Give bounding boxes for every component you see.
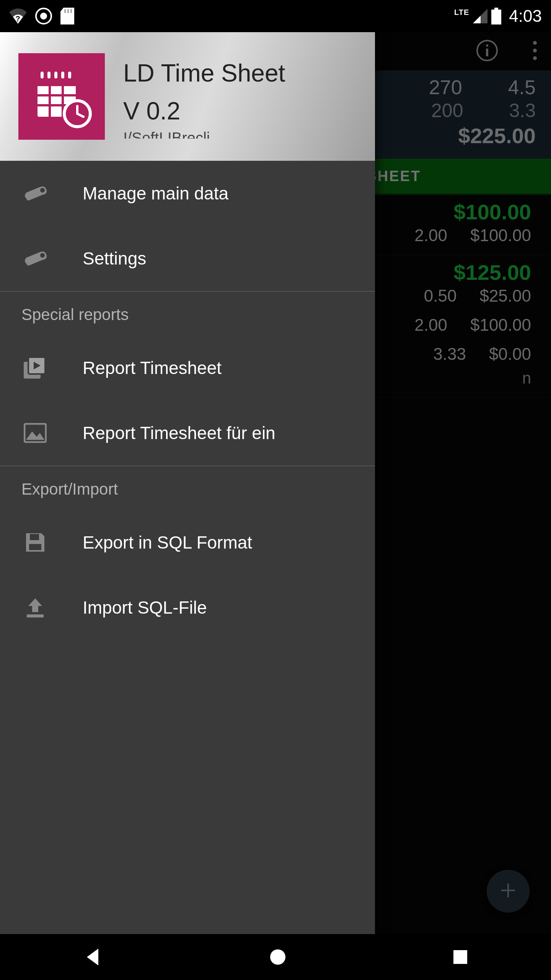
play-stack-icon — [21, 356, 49, 379]
recents-button[interactable] — [452, 949, 469, 965]
section-header-export: Export/Import — [0, 466, 375, 510]
app-version: V 0.2 — [123, 92, 285, 130]
svg-rect-18 — [41, 72, 44, 78]
nav-item-settings[interactable]: Settings — [0, 226, 375, 291]
app-name: LD Time Sheet — [123, 54, 285, 92]
back-button[interactable] — [82, 946, 104, 968]
nav-item-report-timesheet-single[interactable]: Report Timesheet für ein — [0, 400, 375, 466]
nav-item-manage-data[interactable]: Manage main data — [0, 161, 375, 226]
svg-rect-36 — [29, 544, 41, 550]
image-icon — [21, 423, 49, 443]
upload-icon — [21, 597, 49, 618]
battery-icon — [491, 8, 501, 24]
svg-rect-4 — [67, 9, 69, 13]
nav-label: Settings — [83, 248, 146, 269]
svg-rect-7 — [491, 10, 501, 24]
nav-label: Manage main data — [83, 183, 228, 204]
svg-rect-19 — [47, 72, 51, 78]
cell-signal-icon — [473, 9, 487, 23]
svg-rect-3 — [64, 9, 66, 13]
nav-label: Export in SQL Format — [83, 532, 252, 553]
svg-text:?: ? — [15, 15, 20, 23]
clock-text: 4:03 — [509, 7, 542, 26]
wrench-icon — [21, 185, 49, 202]
status-bar: ? LTE 4:03 — [0, 0, 551, 32]
system-nav-bar — [0, 934, 551, 980]
truncated-subtitle: I/SoftLIBrecli — [123, 130, 285, 139]
nav-label: Import SQL-File — [83, 597, 207, 618]
lte-label: LTE — [454, 8, 469, 17]
svg-point-30 — [40, 188, 45, 193]
svg-rect-22 — [68, 72, 71, 78]
sd-card-icon — [60, 8, 74, 24]
nav-item-import-sql[interactable]: Import SQL-File — [0, 575, 375, 640]
svg-point-2 — [40, 13, 47, 20]
nav-item-export-sql[interactable]: Export in SQL Format — [0, 510, 375, 575]
navigation-drawer: LD Time Sheet V 0.2 I/SoftLIBrecli Manag… — [0, 32, 375, 934]
nav-label: Report Timesheet für ein — [83, 423, 276, 443]
save-icon — [21, 532, 49, 553]
svg-rect-6 — [494, 8, 498, 10]
svg-rect-37 — [27, 614, 44, 617]
circle-dot-icon — [35, 8, 52, 24]
drawer-header: LD Time Sheet V 0.2 I/SoftLIBrecli — [0, 32, 375, 161]
svg-rect-35 — [30, 534, 39, 540]
svg-point-38 — [270, 949, 285, 965]
svg-point-31 — [40, 253, 45, 258]
nav-item-report-timesheet[interactable]: Report Timesheet — [0, 335, 375, 400]
svg-rect-21 — [61, 72, 64, 78]
section-header-reports: Special reports — [0, 291, 375, 335]
svg-rect-20 — [54, 72, 57, 78]
wrench-icon — [21, 250, 49, 267]
app-logo — [18, 53, 105, 140]
svg-rect-39 — [453, 950, 467, 964]
nav-label: Report Timesheet — [83, 358, 222, 378]
home-button[interactable] — [268, 947, 287, 967]
wifi-question-icon: ? — [9, 8, 27, 24]
svg-rect-5 — [70, 9, 72, 13]
